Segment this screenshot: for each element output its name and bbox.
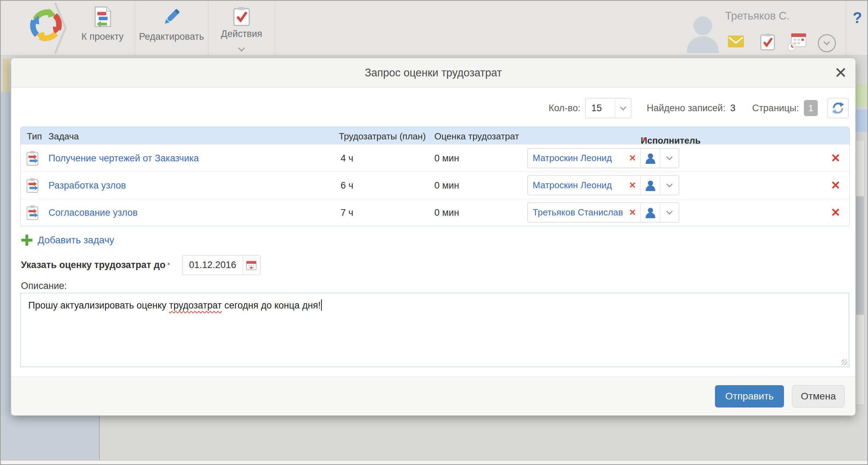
pencil-icon <box>161 6 182 28</box>
page-scrollbar[interactable] <box>855 140 865 405</box>
cancel-button[interactable]: Отмена <box>792 385 845 407</box>
edit-label: Редактировать <box>135 31 208 42</box>
background-bottom-bar <box>1 460 867 464</box>
assignee-dropdown-button[interactable] <box>660 203 679 222</box>
background-bottom-left-panel <box>1 416 100 462</box>
col-task: Задача <box>48 131 79 142</box>
pages-label: Страницы: <box>752 103 799 114</box>
textarea-resize-grip-icon[interactable] <box>842 359 847 365</box>
mail-icon[interactable] <box>728 36 744 47</box>
assignee-name: Матроскин Леонид <box>533 180 627 191</box>
actions-dropdown-chevron-icon <box>238 45 245 52</box>
pages-control: Страницы: 1 <box>752 100 818 116</box>
project-document-icon <box>93 6 112 28</box>
deadline-date-input[interactable]: 01.12.2016 <box>183 256 243 275</box>
task-type-icon <box>26 205 39 220</box>
clear-assignee-icon[interactable]: ✕ <box>629 180 636 190</box>
pick-user-button[interactable] <box>640 176 660 195</box>
chevron-down-icon <box>823 39 830 45</box>
person-icon <box>645 207 656 218</box>
dialog-footer: Отправить Отмена <box>11 376 855 416</box>
task-link[interactable]: Получение чертежей от Заказчика <box>48 145 199 172</box>
deadline-date-picker: 01.12.2016 <box>182 255 260 275</box>
chevron-down-icon <box>666 154 672 160</box>
description-text: сегодня до конца дня! <box>222 300 321 311</box>
page-size-value: 15 <box>586 98 615 118</box>
records-found-value: 3 <box>730 103 736 113</box>
pick-user-button[interactable] <box>640 148 660 168</box>
task-type-icon <box>26 178 39 193</box>
page-size-select[interactable]: 15 <box>585 98 631 118</box>
remove-row-icon[interactable]: ✕ <box>831 172 840 199</box>
add-task-button[interactable]: Добавить задачу <box>21 234 114 246</box>
estimate-value: 0 мин <box>434 199 459 226</box>
assignee-input[interactable]: Матроскин Леонид ✕ <box>528 176 640 195</box>
description-misspelled-word: трудозатрат <box>169 300 222 311</box>
app-screen: К проекту Редактировать Действия <box>0 0 868 465</box>
deadline-row: Указать оценку трудозатрат до * 01.12.20… <box>21 255 260 275</box>
table-header: Тип Задача Трудозатраты (план) Оценка тр… <box>21 127 850 144</box>
page-number-badge[interactable]: 1 <box>804 100 818 116</box>
request-estimate-dialog: Запрос оценки трудозатрат ✕ Кол-во: 15 Н… <box>11 58 855 416</box>
list-controls: Кол-во: 15 Найдено записей: 3 Страницы: … <box>549 98 848 119</box>
user-name: Третьяков С. <box>725 10 790 22</box>
description-textarea[interactable]: Прошу актуализировать оценку трудозатрат… <box>20 293 849 367</box>
estimate-value: 0 мин <box>434 145 459 172</box>
submit-button[interactable]: Отправить <box>715 385 784 407</box>
required-asterisk: * <box>168 262 170 268</box>
person-icon <box>645 180 656 191</box>
assignee-dropdown-button[interactable] <box>660 148 679 168</box>
task-type-icon <box>26 151 39 166</box>
plan-hours: 7 ч <box>341 199 353 226</box>
tasks-table: Тип Задача Трудозатраты (план) Оценка тр… <box>20 127 850 226</box>
assignee-name: Третьяков Станислав <box>533 207 627 218</box>
col-estimate: Оценка трудозатрат <box>434 131 519 142</box>
calendar-button[interactable] <box>243 256 260 275</box>
dialog-header: Запрос оценки трудозатрат ✕ <box>11 58 855 87</box>
toolbar-divider <box>275 1 275 55</box>
assignee-picker: Матроскин Леонид ✕ <box>527 148 679 168</box>
task-link[interactable]: Согласование узлов <box>48 199 138 226</box>
plan-hours: 4 ч <box>341 145 353 172</box>
chevron-down-icon <box>620 104 626 110</box>
table-row: Согласование узлов 7 ч 0 мин Третьяков С… <box>21 199 850 226</box>
tasks-clipboard-icon[interactable] <box>760 32 775 52</box>
count-label: Кол-во: <box>549 103 580 114</box>
calendar-icon <box>246 260 257 270</box>
clear-assignee-icon[interactable]: ✕ <box>629 207 636 218</box>
assignee-name: Матроскин Леонид <box>533 153 627 163</box>
assignee-picker: Третьяков Станислав ✕ <box>527 203 679 222</box>
refresh-icon <box>832 102 844 114</box>
add-task-label: Добавить задачу <box>38 235 114 246</box>
top-toolbar: К проекту Редактировать Действия <box>1 1 867 55</box>
text-caret <box>321 299 322 311</box>
user-menu-chevron-button[interactable] <box>818 34 836 52</box>
user-avatar[interactable] <box>683 10 723 53</box>
clear-assignee-icon[interactable]: ✕ <box>629 153 636 163</box>
close-icon[interactable]: ✕ <box>834 62 847 83</box>
scrollbar-thumb[interactable] <box>856 196 864 315</box>
remove-row-icon[interactable]: ✕ <box>831 199 840 226</box>
chevron-down-icon <box>666 208 672 214</box>
table-row: Получение чертежей от Заказчика 4 ч 0 ми… <box>21 144 850 171</box>
background-left-column <box>1 92 10 460</box>
chevron-down-icon <box>666 181 672 187</box>
calendar-clock-icon[interactable] <box>787 33 807 52</box>
help-button[interactable]: ? <box>853 9 862 26</box>
to-project-button[interactable]: К проекту <box>70 1 135 55</box>
assignee-dropdown-button[interactable] <box>660 176 679 195</box>
actions-button[interactable]: Действия <box>208 1 275 55</box>
plus-icon <box>21 234 33 246</box>
assignee-input[interactable]: Матроскин Леонид ✕ <box>528 148 640 168</box>
col-type: Тип <box>27 131 42 142</box>
refresh-button[interactable] <box>828 98 848 118</box>
pick-user-button[interactable] <box>640 203 660 222</box>
assignee-input[interactable]: Третьяков Станислав ✕ <box>528 203 640 222</box>
records-found-label: Найдено записей: <box>647 103 725 113</box>
clipboard-check-icon <box>233 6 250 26</box>
remove-row-icon[interactable]: ✕ <box>831 145 840 172</box>
edit-button[interactable]: Редактировать <box>135 1 208 55</box>
task-link[interactable]: Разработка узлов <box>48 172 126 199</box>
person-icon <box>645 153 656 164</box>
background-left-strip <box>3 59 9 92</box>
